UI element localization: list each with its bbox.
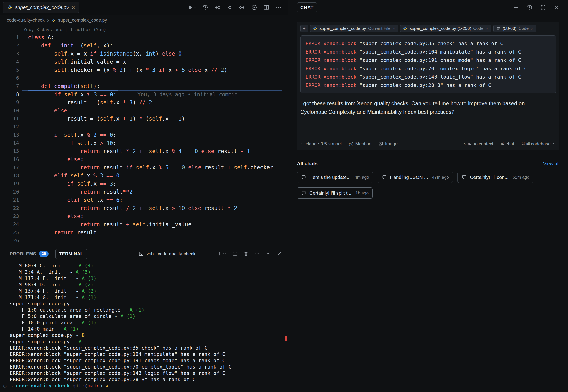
code-line[interactable]: 5 self.checker = (x % 2) + (x * 3 if x >… xyxy=(0,66,288,74)
code-text: else: xyxy=(28,212,84,220)
new-chat-icon[interactable] xyxy=(513,4,519,11)
code-line[interactable]: 1class A: xyxy=(0,33,288,42)
code-line[interactable]: 23 else: xyxy=(0,212,288,220)
editor-tab-bar: super_complex_code.py × xyxy=(0,0,288,15)
code-line[interactable]: 14 if self.x > 10: xyxy=(0,139,288,147)
close-panel-icon[interactable] xyxy=(277,251,282,256)
code-line[interactable]: 8 if self.x % 3 == 0:You, 3 days ago • i… xyxy=(0,90,288,98)
tab-terminal[interactable]: TERMINAL xyxy=(55,249,87,259)
run-button[interactable] xyxy=(188,4,196,11)
breadcrumb-folder[interactable]: code-quality-check xyxy=(7,18,45,23)
chat-message-input[interactable]: I got these results from Xenon quality c… xyxy=(300,99,541,116)
code-line[interactable]: 20 return result**2 xyxy=(0,188,288,196)
chat-header: CHAT xyxy=(288,0,568,15)
terminal-line: M 171:4 G.__init__ - A (1) xyxy=(10,294,288,301)
tab-close-icon[interactable]: × xyxy=(72,4,75,10)
expand-chat-icon[interactable] xyxy=(540,4,546,11)
split-editor-icon[interactable] xyxy=(263,4,269,11)
chevron-down-icon xyxy=(300,142,304,146)
terminal-icon xyxy=(139,251,144,256)
chat-history-item[interactable]: Handling JSON ...47m ago xyxy=(378,172,453,183)
code-line[interactable]: 15 return result * 2 if self.x % 4 == 0 … xyxy=(0,147,288,155)
python-file-icon xyxy=(52,18,55,22)
terminal-line: super_complex_code.py - B xyxy=(10,332,288,338)
terminal-prompt[interactable]: ○→ code-quality-check git:(main) ✗ xyxy=(10,383,288,389)
panel-tabs-more-icon[interactable]: ⋯ xyxy=(94,251,100,257)
code-line[interactable]: 10 else: xyxy=(0,107,288,115)
view-all-link[interactable]: View all xyxy=(543,161,559,167)
code-text: self.initial_value = x xyxy=(28,58,126,66)
code-line[interactable]: 11 result = (self.x + 1) * (self.x - 1) xyxy=(0,115,288,123)
chat-history-item[interactable]: Here's the update...4m ago xyxy=(297,172,373,183)
bottom-panel: PROBLEMS 25 TERMINAL ⋯ zsh - code-qualit… xyxy=(0,247,288,392)
chat-submit-button[interactable]: ⏎ chat xyxy=(501,141,514,147)
chevron-down-icon xyxy=(553,142,556,146)
code-line[interactable]: 2 def __init__(self, x): xyxy=(0,42,288,50)
close-icon[interactable]: × xyxy=(392,26,395,31)
model-selector[interactable]: claude-3.5-sonnet xyxy=(300,141,342,147)
context-pill[interactable]: super_complex_code.pyCurrent File× xyxy=(310,25,398,32)
run-history-icon[interactable] xyxy=(202,4,209,11)
tab-filename: super_complex_code.py xyxy=(15,4,69,10)
context-pill[interactable]: (58-63)Code× xyxy=(493,25,536,32)
code-line[interactable]: 12 xyxy=(0,123,288,131)
code-line[interactable]: 3 self.x = x if isinstance(x, int) else … xyxy=(0,50,288,58)
close-chat-icon[interactable] xyxy=(553,4,560,11)
code-line[interactable]: 24 return result + self.initial_value xyxy=(0,220,288,228)
kill-terminal-icon[interactable] xyxy=(243,251,249,256)
code-text: def __init__(self, x): xyxy=(28,42,113,50)
step-back-icon[interactable] xyxy=(214,4,221,11)
mention-button[interactable]: @ Mention xyxy=(349,141,371,147)
tab-chat[interactable]: CHAT xyxy=(297,2,317,13)
breakpoint-icon[interactable] xyxy=(226,4,233,11)
code-line[interactable]: 17 return result if self.x % 5 == 0 else… xyxy=(0,164,288,172)
code-line[interactable]: 22 return result / 2 if self.x > 10 else… xyxy=(0,204,288,212)
panel-more-actions-icon[interactable] xyxy=(254,251,260,256)
code-line[interactable]: 6 xyxy=(0,74,288,82)
new-terminal-button[interactable] xyxy=(217,251,226,256)
terminal-line: ERROR:xenon:block "super_complex_code.py… xyxy=(10,377,288,383)
code-line[interactable]: 21 elif self.x == 6: xyxy=(0,196,288,204)
code-text: return result xyxy=(28,228,97,237)
chat-history-item[interactable]: Certainly! I'll con...52m ago xyxy=(457,172,533,183)
chat-input-card[interactable]: + super_complex_code.pyCurrent File×supe… xyxy=(297,22,559,150)
codebase-submit-button[interactable]: ⌘⏎ codebase xyxy=(522,141,556,147)
line-number: 4 xyxy=(0,58,19,66)
python-file-icon xyxy=(403,26,407,31)
code-line[interactable]: 26 xyxy=(0,237,288,245)
code-line[interactable]: 16 else: xyxy=(0,155,288,164)
continue-icon[interactable] xyxy=(251,4,257,11)
tab-problems[interactable]: PROBLEMS 25 xyxy=(10,251,49,257)
scrollbar-error-marker[interactable] xyxy=(285,336,287,341)
all-chats-dropdown[interactable]: All chats xyxy=(297,161,323,167)
code-line[interactable]: 13 if self.x % 2 == 0: xyxy=(0,131,288,139)
line-number: 20 xyxy=(0,188,19,196)
chat-history-header: All chats View all xyxy=(297,161,559,167)
image-button[interactable]: Image xyxy=(378,141,398,147)
code-line[interactable]: 4 self.initial_value = x xyxy=(0,58,288,66)
close-icon[interactable]: × xyxy=(485,26,488,31)
split-terminal-icon[interactable] xyxy=(232,251,238,256)
no-context-button[interactable]: ⌥⏎ no context xyxy=(462,141,493,147)
code-line[interactable]: 9 result = (self.x * 3) // 2 xyxy=(0,98,288,107)
terminal-label: zsh - code-quality-check xyxy=(147,251,195,256)
terminal-line: F 10:0 print_area - A (1) xyxy=(10,320,288,326)
code-text: class A: xyxy=(28,33,54,42)
add-context-button[interactable]: + xyxy=(300,25,308,32)
terminal-output[interactable]: M 60:4 C.__init__ - A (4) M 2:4 A.__init… xyxy=(0,260,288,392)
breadcrumb-file[interactable]: super_complex_code.py xyxy=(58,18,107,23)
close-icon[interactable]: × xyxy=(531,26,533,31)
code-line[interactable]: 19 if self.x == 3: xyxy=(0,180,288,188)
chat-history-icon[interactable] xyxy=(526,4,533,11)
code-line[interactable]: 7 def compute(self): xyxy=(0,82,288,90)
more-actions-icon[interactable] xyxy=(275,4,282,11)
code-line[interactable]: 25 return result xyxy=(0,228,288,237)
chat-history-item[interactable]: Certainly! I'll split t...1h ago xyxy=(297,187,373,199)
context-pill[interactable]: super_complex_code.py (1-256)Code× xyxy=(400,25,491,32)
editor-tab[interactable]: super_complex_code.py × xyxy=(3,2,79,13)
code-editor[interactable]: You, 3 days ago | 1 author (You) 1class … xyxy=(0,25,288,247)
terminal-instance[interactable]: zsh - code-quality-check xyxy=(139,251,195,256)
maximize-panel-icon[interactable] xyxy=(266,251,271,256)
code-line[interactable]: 18 elif self.x % 3 == 0: xyxy=(0,172,288,180)
step-forward-icon[interactable] xyxy=(239,4,245,11)
